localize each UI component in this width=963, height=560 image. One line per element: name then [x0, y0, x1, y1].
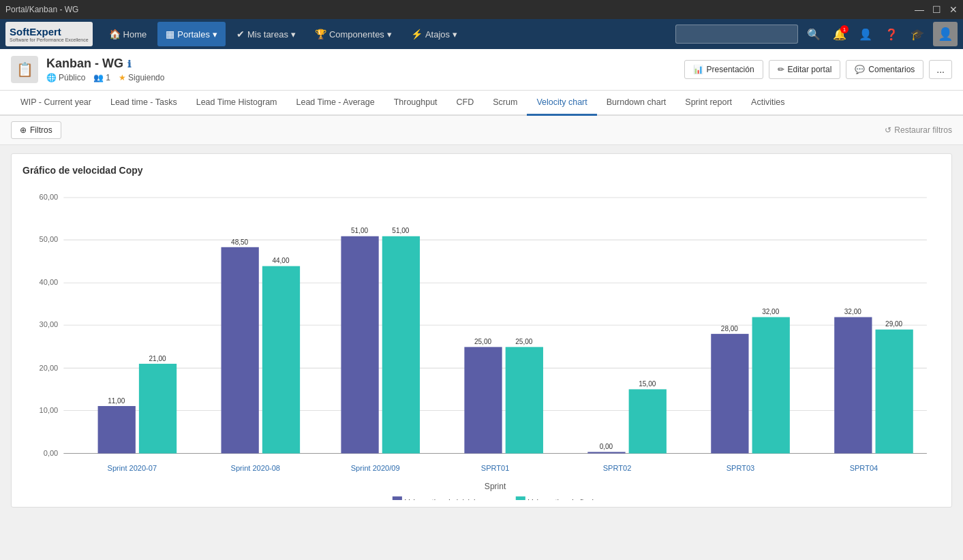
notifications-button[interactable]: 🔔 1 [829, 24, 850, 44]
svg-text:25,00: 25,00 [474, 338, 491, 345]
title-bar: Portal/Kanban - WG — ☐ ✕ [0, 0, 963, 19]
restore-icon: ↺ [885, 125, 891, 135]
atajos-icon: ⚡ [411, 29, 423, 40]
window-controls[interactable]: — ☐ ✕ [915, 4, 958, 15]
bar-v2-sprint-2020-08 [262, 266, 300, 454]
bar-v2-sprt03 [752, 317, 790, 453]
home-icon: 🏠 [109, 29, 121, 40]
svg-text:SPRT04: SPRT04 [850, 464, 878, 472]
legend-color-v2 [516, 497, 525, 500]
tab-activities[interactable]: Activities [742, 91, 794, 116]
help-button[interactable]: ❓ [881, 24, 902, 44]
svg-text:51,00: 51,00 [351, 227, 368, 234]
tab-velocity-chart[interactable]: Velocity chart [527, 91, 596, 116]
svg-text:0,00: 0,00 [44, 448, 59, 456]
svg-text:44,00: 44,00 [272, 257, 289, 264]
svg-text:Sprint 2020/09: Sprint 2020/09 [351, 464, 400, 472]
bar-group-sprt02: 0,00 15,00 SPRT02 [587, 380, 667, 472]
members-icon: 👥 [93, 73, 104, 82]
nav-componentes[interactable]: 🏆 Componentes ▾ [307, 22, 400, 46]
presentation-button[interactable]: 📊 Presentación [684, 60, 763, 79]
nav-mis-tareas[interactable]: ✔ Mis tareas ▾ [228, 22, 304, 46]
svg-text:10,00: 10,00 [40, 405, 59, 414]
page-icon: 📋 [11, 56, 38, 83]
bar-v2-sprint-2020-09 [382, 236, 420, 454]
tab-cfd[interactable]: CFD [447, 91, 484, 116]
logo-text: SoftExpert [10, 26, 61, 37]
restore-filters-button[interactable]: ↺ Restaurar filtros [885, 125, 952, 135]
svg-text:21,00: 21,00 [149, 354, 166, 362]
svg-text:15,00: 15,00 [639, 380, 656, 388]
close-button[interactable]: ✕ [949, 4, 958, 15]
page-meta: 🌐 Público 👥 1 ★ Siguiendo [46, 73, 164, 82]
svg-text:Sprint: Sprint [485, 482, 506, 491]
filter-button[interactable]: ⊕ Filtros [11, 121, 61, 139]
svg-text:20,00: 20,00 [40, 363, 59, 371]
filter-bar: ⊕ Filtros ↺ Restaurar filtros [0, 116, 963, 145]
chart-container: Gráfico de velocidad Copy 60,00 50,00 40… [11, 153, 952, 508]
portales-icon: ▦ [166, 29, 174, 40]
edit-portal-button[interactable]: ✏ Editar portal [769, 60, 841, 79]
notification-badge: 1 [840, 25, 849, 33]
logo: SoftExpert Software for Performance Exce… [5, 22, 93, 46]
svg-text:32,00: 32,00 [844, 308, 861, 315]
bar-v1-sprt01 [464, 347, 502, 453]
search-button[interactable]: 🔍 [804, 24, 824, 44]
bar-v2-sprt04 [876, 330, 913, 454]
maximize-button[interactable]: ☐ [932, 4, 941, 15]
svg-text:SPRT01: SPRT01 [481, 464, 510, 472]
page-header-right: 📊 Presentación ✏ Editar portal 💬 Comenta… [684, 60, 952, 79]
presentation-icon: 📊 [693, 65, 703, 74]
nav-home[interactable]: 🏠 Home [101, 22, 155, 46]
bar-v1-sprint-2020-09 [341, 236, 378, 454]
tab-throughput[interactable]: Throughput [384, 91, 447, 116]
page-title: Kanban - WG [46, 57, 123, 71]
tab-sprint-report[interactable]: Sprint report [675, 91, 742, 116]
edit-icon: ✏ [778, 65, 784, 74]
svg-text:40,00: 40,00 [40, 278, 59, 286]
chart-wrap: 60,00 50,00 40,00 30,00 20,00 10,00 0,00 [22, 187, 941, 500]
legend-color-v1 [393, 497, 402, 500]
info-icon[interactable]: ℹ [127, 59, 131, 69]
legend-label-v2: Valor estimado final [528, 498, 594, 500]
nav-right: 🔍 🔔 1 👤 ❓ 🎓 👤 [675, 22, 958, 46]
bar-group-sprint-2020-07: 11,00 21,00 Sprint 2020-07 [98, 354, 177, 472]
svg-text:Sprint 2020-07: Sprint 2020-07 [108, 464, 157, 472]
avatar[interactable]: 👤 [933, 22, 958, 46]
legend-label-v1: Valor estimado inicial [405, 498, 476, 500]
page-header-left: 📋 Kanban - WG ℹ 🌐 Público 👥 1 ★ Siguiend… [11, 56, 684, 83]
chart-title: Gráfico de velocidad Copy [22, 165, 941, 176]
bar-group-sprint-2020-08: 48,50 44,00 Sprint 2020-08 [221, 238, 301, 472]
tab-leadtime-histogram[interactable]: Lead Time Histogram [187, 91, 287, 116]
bar-v1-sprint-2020-07 [98, 406, 136, 454]
nav-atajos[interactable]: ⚡ Atajos ▾ [403, 22, 465, 46]
star-icon: ★ [119, 73, 126, 82]
svg-text:50,00: 50,00 [40, 235, 59, 243]
svg-text:0,00: 0,00 [600, 443, 613, 450]
tab-scrum[interactable]: Scrum [483, 91, 527, 116]
page-header: 📋 Kanban - WG ℹ 🌐 Público 👥 1 ★ Siguiend… [0, 49, 963, 91]
svg-text:25,00: 25,00 [515, 338, 532, 345]
nav-portales[interactable]: ▦ Portales ▾ [157, 22, 226, 46]
academy-button[interactable]: 🎓 [907, 24, 928, 44]
tab-burndown[interactable]: Burndown chart [597, 91, 676, 116]
svg-text:28,00: 28,00 [721, 325, 738, 332]
bar-group-sprint-2020-09: 51,00 51,00 Sprint 2020/09 [341, 227, 420, 472]
user-settings-button[interactable]: 👤 [855, 24, 876, 44]
search-input[interactable] [675, 25, 798, 44]
logo-sub: Software for Performance Excellence [10, 37, 89, 42]
bar-v2-sprt01 [506, 347, 543, 453]
tab-leadtime-average[interactable]: Lead Time - Average [287, 91, 384, 116]
svg-text:SPRT03: SPRT03 [727, 464, 755, 472]
following-label: ★ Siguiendo [119, 73, 164, 82]
more-button[interactable]: ... [929, 60, 952, 79]
public-label: 🌐 Público [46, 73, 85, 82]
tab-wip[interactable]: WIP - Current year [11, 91, 101, 116]
tab-leadtime-tasks[interactable]: Lead time - Tasks [101, 91, 187, 116]
svg-text:SPRT02: SPRT02 [603, 464, 632, 472]
minimize-button[interactable]: — [915, 4, 924, 15]
comments-button[interactable]: 💬 Comentarios [846, 60, 923, 79]
page-title-area: Kanban - WG ℹ 🌐 Público 👥 1 ★ Siguiendo [46, 57, 164, 82]
window-title: Portal/Kanban - WG [5, 5, 915, 14]
bar-group-sprt01: 25,00 25,00 SPRT01 [464, 338, 543, 472]
